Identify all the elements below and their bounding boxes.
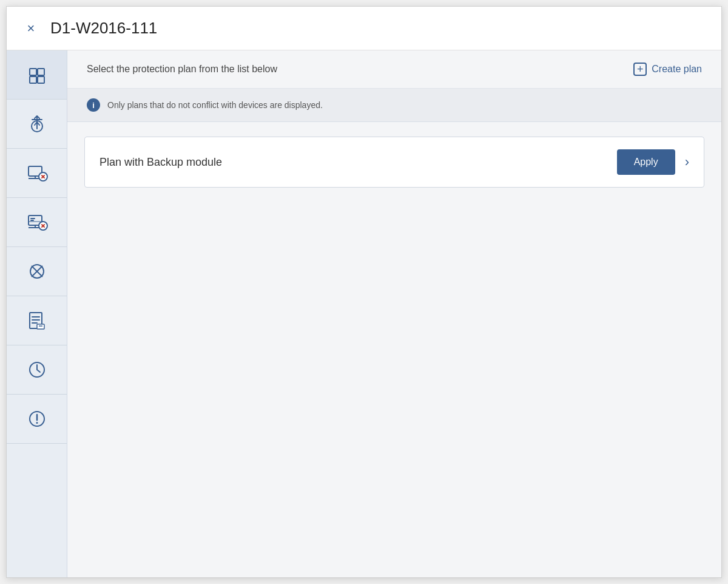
plan-card: Plan with Backup module Apply ›: [84, 137, 704, 188]
sidebar-item-antivirus[interactable]: [7, 247, 67, 296]
sidebar-item-backup[interactable]: [7, 100, 67, 149]
plan-list: Plan with Backup module Apply ›: [67, 122, 721, 577]
svg-rect-3: [38, 76, 44, 83]
sidebar-item-remote-desktop[interactable]: [7, 198, 67, 247]
svg-rect-2: [30, 76, 36, 83]
close-button[interactable]: ×: [21, 19, 41, 38]
backup-icon: [26, 113, 48, 135]
sidebar-item-reports[interactable]: [7, 296, 67, 345]
reports-icon: [26, 310, 48, 331]
instruction-text: Select the protection plan from the list…: [87, 64, 277, 75]
create-plan-icon: +: [633, 63, 647, 76]
svg-rect-30: [37, 324, 44, 329]
sidebar-item-recovery[interactable]: [7, 149, 67, 198]
plan-card-actions: Apply ›: [617, 149, 689, 175]
apply-button[interactable]: Apply: [617, 149, 675, 175]
panel-title: D1-W2016-111: [50, 19, 157, 38]
info-message: Only plans that do not conflict with dev…: [107, 100, 323, 110]
info-icon: i: [87, 98, 100, 112]
panel-body: Select the protection plan from the list…: [7, 50, 721, 577]
antivirus-icon: [26, 260, 48, 282]
create-plan-label: Create plan: [652, 64, 702, 75]
alerts-icon: [26, 408, 48, 430]
main-panel: × D1-W2016-111: [6, 6, 722, 578]
plan-detail-chevron[interactable]: ›: [685, 154, 689, 170]
info-banner: i Only plans that do not conflict with d…: [67, 89, 721, 122]
sidebar-item-protection-plans[interactable]: [7, 50, 67, 100]
content-header: Select the protection plan from the list…: [67, 50, 721, 89]
recovery-icon: [26, 162, 48, 184]
create-plan-button[interactable]: + Create plan: [633, 63, 702, 76]
main-content: Select the protection plan from the list…: [67, 50, 721, 577]
protection-plan-icon: [26, 64, 48, 86]
plan-name: Plan with Backup module: [99, 156, 222, 169]
activity-icon: [26, 359, 48, 381]
sidebar-item-alerts[interactable]: [7, 395, 67, 444]
svg-rect-1: [38, 69, 44, 75]
sidebar-item-activity[interactable]: [7, 345, 67, 395]
sidebar: [7, 50, 67, 577]
svg-point-35: [36, 422, 38, 424]
panel-header: × D1-W2016-111: [7, 7, 721, 50]
remote-desktop-icon: [26, 211, 48, 233]
svg-rect-0: [30, 69, 36, 75]
